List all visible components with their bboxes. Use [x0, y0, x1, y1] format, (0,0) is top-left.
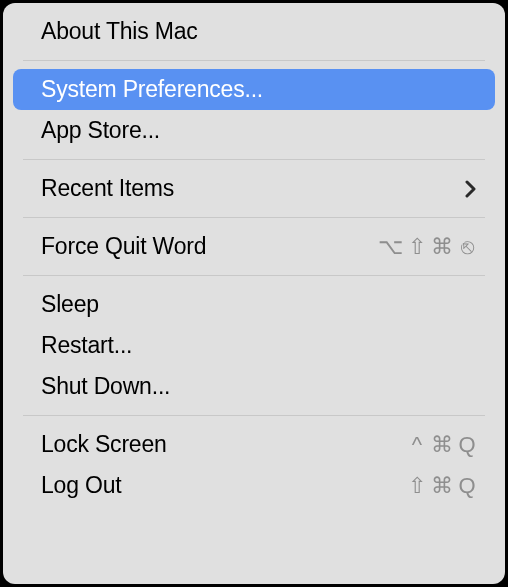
menu-item-shut-down[interactable]: Shut Down...	[13, 366, 495, 407]
command-key-icon: ⌘	[431, 473, 453, 499]
menu-separator	[23, 159, 485, 160]
menu-item-sleep[interactable]: Sleep	[13, 284, 495, 325]
command-key-icon: ⌘	[431, 432, 453, 458]
menu-item-label: Shut Down...	[41, 373, 170, 400]
menu-item-label: System Preferences...	[41, 76, 263, 103]
menu-item-log-out[interactable]: Log Out ⇧ ⌘ Q	[13, 465, 495, 506]
menu-separator	[23, 275, 485, 276]
menu-item-recent-items[interactable]: Recent Items	[13, 168, 495, 209]
control-key-icon: ^	[407, 432, 427, 458]
menu-separator	[23, 415, 485, 416]
menu-item-app-store[interactable]: App Store...	[13, 110, 495, 151]
command-key-icon: ⌘	[431, 234, 453, 260]
option-key-icon: ⌥	[378, 234, 403, 260]
shift-key-icon: ⇧	[407, 234, 427, 260]
menu-item-label: About This Mac	[41, 18, 198, 45]
menu-item-system-preferences[interactable]: System Preferences...	[13, 69, 495, 110]
keyboard-shortcut: ⇧ ⌘ Q	[407, 473, 477, 499]
q-key-icon: Q	[457, 432, 477, 458]
menu-item-label: App Store...	[41, 117, 160, 144]
q-key-icon: Q	[457, 473, 477, 499]
menu-item-label: Force Quit Word	[41, 233, 206, 260]
menu-item-lock-screen[interactable]: Lock Screen ^ ⌘ Q	[13, 424, 495, 465]
apple-menu: About This Mac System Preferences... App…	[3, 3, 505, 584]
menu-item-label: Recent Items	[41, 175, 174, 202]
chevron-right-icon	[465, 179, 477, 199]
menu-item-restart[interactable]: Restart...	[13, 325, 495, 366]
menu-item-label: Log Out	[41, 472, 121, 499]
menu-item-label: Restart...	[41, 332, 132, 359]
keyboard-shortcut: ⌥ ⇧ ⌘ ⎋	[378, 234, 477, 260]
menu-item-force-quit[interactable]: Force Quit Word ⌥ ⇧ ⌘ ⎋	[13, 226, 495, 267]
menu-item-label: Lock Screen	[41, 431, 167, 458]
menu-item-about-this-mac[interactable]: About This Mac	[13, 11, 495, 52]
keyboard-shortcut: ^ ⌘ Q	[407, 432, 477, 458]
escape-key-icon: ⎋	[457, 234, 477, 260]
menu-item-label: Sleep	[41, 291, 99, 318]
menu-separator	[23, 60, 485, 61]
menu-separator	[23, 217, 485, 218]
shift-key-icon: ⇧	[407, 473, 427, 499]
